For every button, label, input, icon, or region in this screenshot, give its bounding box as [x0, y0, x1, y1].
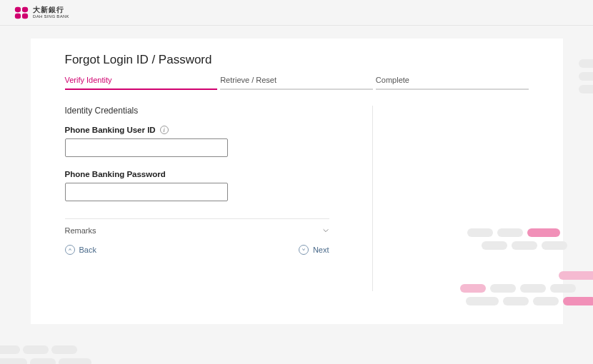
- main-card: Forgot Login ID / Password Verify Identi…: [31, 39, 563, 324]
- phone-banking-user-id-input[interactable]: [65, 138, 228, 157]
- svg-rect-3: [22, 13, 28, 19]
- step-verify-identity: Verify Identity: [65, 76, 218, 90]
- step-complete: Complete: [376, 76, 529, 90]
- decorative-shapes-top-right: [564, 59, 593, 102]
- app-header: 大新銀行 DAH SING BANK: [0, 0, 593, 26]
- label-text-phone-banking-password: Phone Banking Password: [65, 170, 166, 178]
- page-title: Forgot Login ID / Password: [65, 53, 529, 67]
- brand-logo-text: 大新銀行 DAH SING BANK: [33, 6, 69, 19]
- remarks-toggle[interactable]: Remarks: [65, 218, 329, 235]
- remarks-label: Remarks: [65, 226, 96, 235]
- back-button[interactable]: Back: [65, 245, 96, 255]
- svg-rect-1: [22, 6, 28, 12]
- section-title-credentials: Identity Credentials: [65, 106, 329, 116]
- next-label: Next: [313, 246, 329, 254]
- label-phone-banking-user-id: Phone Banking User ID i: [65, 126, 329, 134]
- phone-banking-password-input[interactable]: [65, 183, 228, 201]
- label-phone-banking-password: Phone Banking Password: [65, 170, 329, 178]
- decorative-shapes-bottom-left: [0, 335, 114, 364]
- vertical-divider: [372, 106, 373, 291]
- step-retrieve-reset: Retrieve / Reset: [220, 76, 373, 90]
- svg-rect-2: [15, 13, 21, 19]
- brand-name-en: DAH SING BANK: [33, 14, 69, 19]
- progress-steps: Verify Identity Retrieve / Reset Complet…: [65, 76, 529, 90]
- next-arrow-icon: [299, 245, 309, 255]
- next-button[interactable]: Next: [299, 245, 329, 255]
- brand-name-zh: 大新銀行: [33, 6, 69, 14]
- svg-rect-0: [15, 6, 21, 12]
- back-label: Back: [79, 246, 96, 254]
- info-icon[interactable]: i: [160, 126, 169, 134]
- chevron-down-icon: [322, 227, 329, 234]
- back-arrow-icon: [65, 245, 75, 255]
- label-text-phone-banking-user-id: Phone Banking User ID: [65, 126, 156, 134]
- brand-logo-icon: [14, 6, 29, 20]
